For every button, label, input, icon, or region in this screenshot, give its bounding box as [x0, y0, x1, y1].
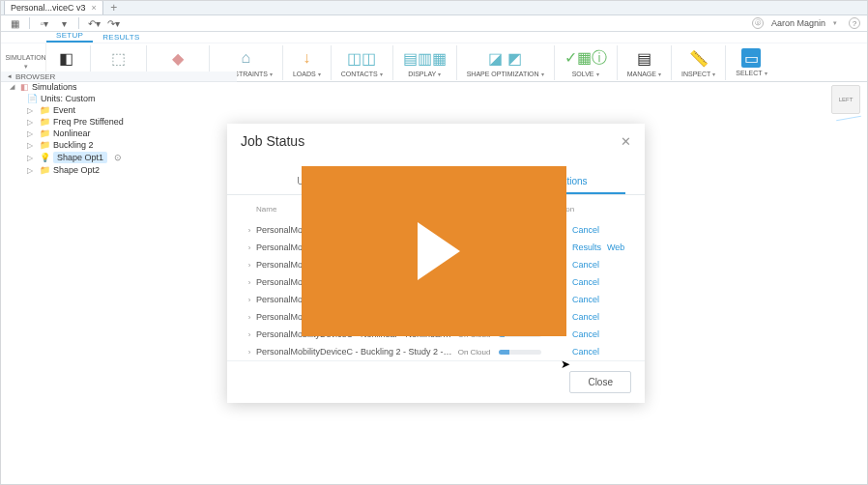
close-icon[interactable]: ✕: [621, 134, 631, 149]
video-play-overlay[interactable]: [302, 166, 566, 336]
close-button[interactable]: Close: [569, 371, 631, 393]
display-button[interactable]: ▤▥▦DISPLAY: [397, 45, 452, 79]
folder-icon: 📁: [40, 105, 50, 115]
undo-icon[interactable]: ↶▾: [87, 16, 101, 30]
new-tab-button[interactable]: +: [107, 1, 121, 14]
dialog-title: Job Status: [241, 133, 304, 149]
data-panel-icon[interactable]: ▦: [8, 16, 21, 30]
sim-root-icon: ◧: [20, 82, 29, 92]
tab-results[interactable]: RESULTS: [93, 32, 149, 43]
document-tab[interactable]: Personal...viceC v3 ×: [4, 0, 103, 14]
study-icon: ◧: [59, 47, 73, 69]
job-actions: Cancel: [572, 295, 629, 304]
action-link[interactable]: Cancel: [572, 312, 599, 322]
browser-panel: ◢◧Simulations 📄Units: Custom ▷📁Event ▷📁F…: [0, 81, 237, 176]
loads-icon: ↓: [303, 47, 310, 69]
contacts-button[interactable]: ◫◫CONTACTS: [335, 45, 389, 79]
action-link[interactable]: Cancel: [572, 277, 599, 287]
expand-icon[interactable]: ›: [243, 243, 256, 252]
expand-icon[interactable]: ›: [243, 226, 256, 235]
help-icon[interactable]: ?: [849, 17, 860, 29]
action-link[interactable]: Cancel: [572, 295, 599, 304]
solve-icon: ✓▦ⓘ: [564, 47, 607, 69]
view-cube[interactable]: LEFT: [831, 85, 860, 114]
workspace-label: SIMULATION: [5, 54, 45, 61]
materials-icon: ◆: [172, 47, 184, 69]
display-icon: ▤▥▦: [403, 47, 447, 69]
job-actions: Cancel: [572, 312, 629, 322]
folder-icon: 📁: [40, 128, 50, 138]
job-status: [499, 350, 572, 355]
job-location: On Cloud: [458, 348, 499, 357]
table-row: ›PersonalMobilityDeviceC - Buckling 2 - …: [239, 343, 633, 360]
tab-setup[interactable]: SETUP: [46, 30, 93, 43]
inspect-icon: 📏: [689, 47, 709, 69]
solve-button[interactable]: ✓▦ⓘSOLVE: [559, 45, 613, 79]
folder-icon: 📁: [40, 165, 50, 175]
tree-item-shapeopt2[interactable]: ▷📁Shape Opt2: [8, 164, 237, 176]
units-icon: 📄: [27, 94, 38, 103]
manage-icon: ▤: [637, 47, 651, 69]
quick-access-bar: ▦ ▫▾ ▾ ↶▾ ↷▾ ⦾ Aaron Magnin ▾ ?: [0, 15, 868, 32]
job-actions: Cancel: [572, 225, 629, 235]
bulb-icon[interactable]: 💡: [40, 153, 50, 162]
progress-bar: [499, 350, 541, 355]
constraints-icon: ⌂: [242, 47, 251, 69]
tree-item-buckling2[interactable]: ▷📁Buckling 2: [8, 139, 237, 151]
manage-button[interactable]: ▤MANAGE: [622, 45, 667, 79]
redo-icon[interactable]: ↷▾: [106, 16, 120, 30]
job-actions: Cancel: [572, 260, 629, 270]
expand-icon[interactable]: ›: [243, 313, 256, 322]
job-actions: ResultsWeb: [572, 242, 629, 252]
job-actions: Cancel: [572, 329, 629, 339]
job-name: PersonalMobilityDeviceC - Buckling 2 - S…: [256, 347, 458, 357]
action-link[interactable]: Cancel: [572, 225, 599, 235]
shape-optimization-button[interactable]: ◪ ◩SHAPE OPTIMIZATION: [461, 45, 550, 79]
expand-icon[interactable]: ›: [243, 261, 256, 270]
folder-icon: 📁: [40, 117, 50, 127]
browser-header-label: BROWSER: [15, 72, 55, 81]
expand-icon[interactable]: ›: [243, 348, 256, 357]
simplify-icon: ⬚: [111, 47, 126, 69]
shape-opt-icon: ◪ ◩: [488, 47, 521, 69]
collapse-icon[interactable]: ◂: [8, 72, 12, 80]
expand-icon[interactable]: ›: [243, 278, 256, 287]
job-actions: Cancel: [572, 347, 629, 357]
contacts-icon: ◫◫: [347, 47, 376, 69]
tree-item-event[interactable]: ▷📁Event: [8, 104, 237, 116]
file-icon[interactable]: ▫▾: [38, 16, 51, 30]
user-name-label[interactable]: Aaron Magnin: [771, 18, 825, 28]
action-link[interactable]: Cancel: [572, 260, 599, 270]
action-link[interactable]: Cancel: [572, 347, 599, 357]
select-button[interactable]: ▭SELECT: [730, 46, 772, 78]
job-actions: Cancel: [572, 277, 629, 287]
expand-icon[interactable]: ›: [243, 330, 256, 339]
title-tab-bar: Personal...viceC v3 × +: [0, 0, 868, 15]
action-link[interactable]: Cancel: [572, 329, 599, 339]
close-tab-icon[interactable]: ×: [92, 3, 97, 13]
document-tab-title: Personal...viceC v3: [11, 3, 86, 13]
expand-icon[interactable]: ›: [243, 296, 256, 304]
tree-root[interactable]: ◢◧Simulations: [8, 81, 237, 93]
ribbon-tabs: SETUP RESULTS: [0, 32, 868, 43]
tree-item-shapeopt1[interactable]: ▷💡Shape Opt1⊙: [8, 151, 237, 164]
tree-item-freq[interactable]: ▷📁Freq Pre Stiffened: [8, 116, 237, 128]
folder-icon: 📁: [40, 140, 50, 150]
save-icon[interactable]: ▾: [57, 16, 71, 30]
tree-item-units[interactable]: 📄Units: Custom: [8, 93, 237, 104]
action-link[interactable]: Web: [607, 242, 624, 252]
inspect-button[interactable]: 📏INSPECT: [676, 45, 721, 79]
user-menu-caret-icon[interactable]: ▾: [833, 19, 837, 27]
play-icon: [418, 222, 460, 280]
chevron-down-icon: ▾: [24, 63, 28, 71]
tree-item-nonlinear[interactable]: ▷📁Nonlinear: [8, 128, 237, 139]
action-link[interactable]: Results: [572, 242, 601, 252]
user-avatar-icon[interactable]: ⦾: [752, 17, 764, 29]
loads-button[interactable]: ↓LOADS: [287, 45, 327, 79]
select-icon: ▭: [741, 48, 761, 68]
radio-icon[interactable]: ⊙: [114, 153, 122, 162]
